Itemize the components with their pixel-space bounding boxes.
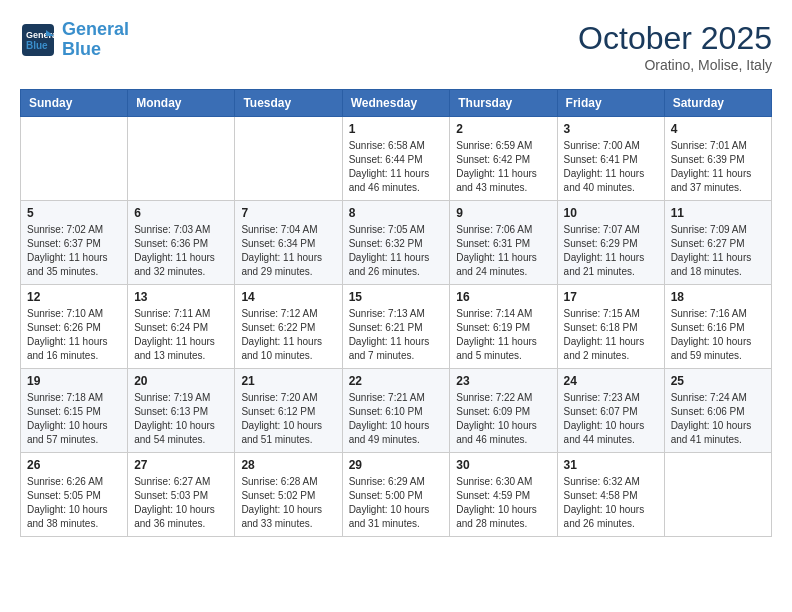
day-number: 21: [241, 374, 335, 388]
day-number: 23: [456, 374, 550, 388]
calendar-cell: 10Sunrise: 7:07 AM Sunset: 6:29 PM Dayli…: [557, 201, 664, 285]
day-number: 20: [134, 374, 228, 388]
day-info: Sunrise: 7:18 AM Sunset: 6:15 PM Dayligh…: [27, 391, 121, 447]
day-info: Sunrise: 6:32 AM Sunset: 4:58 PM Dayligh…: [564, 475, 658, 531]
calendar-cell: 6Sunrise: 7:03 AM Sunset: 6:36 PM Daylig…: [128, 201, 235, 285]
day-info: Sunrise: 7:21 AM Sunset: 6:10 PM Dayligh…: [349, 391, 444, 447]
day-info: Sunrise: 7:05 AM Sunset: 6:32 PM Dayligh…: [349, 223, 444, 279]
day-number: 8: [349, 206, 444, 220]
calendar-cell: 4Sunrise: 7:01 AM Sunset: 6:39 PM Daylig…: [664, 117, 771, 201]
day-number: 4: [671, 122, 765, 136]
day-info: Sunrise: 6:30 AM Sunset: 4:59 PM Dayligh…: [456, 475, 550, 531]
day-number: 18: [671, 290, 765, 304]
day-number: 3: [564, 122, 658, 136]
day-number: 1: [349, 122, 444, 136]
location-subtitle: Oratino, Molise, Italy: [578, 57, 772, 73]
calendar-cell: 28Sunrise: 6:28 AM Sunset: 5:02 PM Dayli…: [235, 453, 342, 537]
calendar-cell: 18Sunrise: 7:16 AM Sunset: 6:16 PM Dayli…: [664, 285, 771, 369]
day-info: Sunrise: 7:02 AM Sunset: 6:37 PM Dayligh…: [27, 223, 121, 279]
calendar-header-friday: Friday: [557, 90, 664, 117]
day-info: Sunrise: 7:19 AM Sunset: 6:13 PM Dayligh…: [134, 391, 228, 447]
day-number: 11: [671, 206, 765, 220]
calendar-cell: 24Sunrise: 7:23 AM Sunset: 6:07 PM Dayli…: [557, 369, 664, 453]
day-info: Sunrise: 7:15 AM Sunset: 6:18 PM Dayligh…: [564, 307, 658, 363]
day-number: 29: [349, 458, 444, 472]
day-number: 25: [671, 374, 765, 388]
day-number: 27: [134, 458, 228, 472]
calendar-cell: 27Sunrise: 6:27 AM Sunset: 5:03 PM Dayli…: [128, 453, 235, 537]
calendar-cell: 8Sunrise: 7:05 AM Sunset: 6:32 PM Daylig…: [342, 201, 450, 285]
calendar-cell: 12Sunrise: 7:10 AM Sunset: 6:26 PM Dayli…: [21, 285, 128, 369]
calendar-cell: 7Sunrise: 7:04 AM Sunset: 6:34 PM Daylig…: [235, 201, 342, 285]
day-number: 6: [134, 206, 228, 220]
day-info: Sunrise: 7:03 AM Sunset: 6:36 PM Dayligh…: [134, 223, 228, 279]
day-number: 22: [349, 374, 444, 388]
page-header: General Blue General Blue October 2025 O…: [20, 20, 772, 73]
day-info: Sunrise: 7:06 AM Sunset: 6:31 PM Dayligh…: [456, 223, 550, 279]
day-number: 16: [456, 290, 550, 304]
calendar-cell: 19Sunrise: 7:18 AM Sunset: 6:15 PM Dayli…: [21, 369, 128, 453]
day-number: 30: [456, 458, 550, 472]
calendar-cell: 5Sunrise: 7:02 AM Sunset: 6:37 PM Daylig…: [21, 201, 128, 285]
day-info: Sunrise: 7:16 AM Sunset: 6:16 PM Dayligh…: [671, 307, 765, 363]
day-number: 9: [456, 206, 550, 220]
calendar-cell: [128, 117, 235, 201]
calendar-header-row: SundayMondayTuesdayWednesdayThursdayFrid…: [21, 90, 772, 117]
calendar-cell: 25Sunrise: 7:24 AM Sunset: 6:06 PM Dayli…: [664, 369, 771, 453]
day-number: 14: [241, 290, 335, 304]
logo-text: General Blue: [62, 20, 129, 60]
calendar-cell: 21Sunrise: 7:20 AM Sunset: 6:12 PM Dayli…: [235, 369, 342, 453]
day-info: Sunrise: 7:22 AM Sunset: 6:09 PM Dayligh…: [456, 391, 550, 447]
day-info: Sunrise: 7:20 AM Sunset: 6:12 PM Dayligh…: [241, 391, 335, 447]
calendar-cell: 16Sunrise: 7:14 AM Sunset: 6:19 PM Dayli…: [450, 285, 557, 369]
calendar-week-5: 26Sunrise: 6:26 AM Sunset: 5:05 PM Dayli…: [21, 453, 772, 537]
day-info: Sunrise: 7:01 AM Sunset: 6:39 PM Dayligh…: [671, 139, 765, 195]
day-number: 2: [456, 122, 550, 136]
calendar-cell: 22Sunrise: 7:21 AM Sunset: 6:10 PM Dayli…: [342, 369, 450, 453]
day-number: 10: [564, 206, 658, 220]
calendar-week-3: 12Sunrise: 7:10 AM Sunset: 6:26 PM Dayli…: [21, 285, 772, 369]
day-info: Sunrise: 7:24 AM Sunset: 6:06 PM Dayligh…: [671, 391, 765, 447]
calendar-cell: 26Sunrise: 6:26 AM Sunset: 5:05 PM Dayli…: [21, 453, 128, 537]
calendar-week-1: 1Sunrise: 6:58 AM Sunset: 6:44 PM Daylig…: [21, 117, 772, 201]
calendar-week-2: 5Sunrise: 7:02 AM Sunset: 6:37 PM Daylig…: [21, 201, 772, 285]
svg-text:Blue: Blue: [26, 40, 48, 51]
logo-icon: General Blue: [20, 22, 56, 58]
calendar-header-sunday: Sunday: [21, 90, 128, 117]
day-info: Sunrise: 7:04 AM Sunset: 6:34 PM Dayligh…: [241, 223, 335, 279]
day-info: Sunrise: 6:29 AM Sunset: 5:00 PM Dayligh…: [349, 475, 444, 531]
calendar-cell: 11Sunrise: 7:09 AM Sunset: 6:27 PM Dayli…: [664, 201, 771, 285]
calendar-header-wednesday: Wednesday: [342, 90, 450, 117]
calendar-cell: 29Sunrise: 6:29 AM Sunset: 5:00 PM Dayli…: [342, 453, 450, 537]
calendar-cell: [21, 117, 128, 201]
calendar-cell: 15Sunrise: 7:13 AM Sunset: 6:21 PM Dayli…: [342, 285, 450, 369]
calendar-cell: 3Sunrise: 7:00 AM Sunset: 6:41 PM Daylig…: [557, 117, 664, 201]
calendar-cell: 30Sunrise: 6:30 AM Sunset: 4:59 PM Dayli…: [450, 453, 557, 537]
day-number: 12: [27, 290, 121, 304]
day-info: Sunrise: 6:28 AM Sunset: 5:02 PM Dayligh…: [241, 475, 335, 531]
logo: General Blue General Blue: [20, 20, 129, 60]
day-number: 7: [241, 206, 335, 220]
calendar-cell: 1Sunrise: 6:58 AM Sunset: 6:44 PM Daylig…: [342, 117, 450, 201]
day-number: 13: [134, 290, 228, 304]
day-info: Sunrise: 7:13 AM Sunset: 6:21 PM Dayligh…: [349, 307, 444, 363]
calendar-cell: 14Sunrise: 7:12 AM Sunset: 6:22 PM Dayli…: [235, 285, 342, 369]
calendar-table: SundayMondayTuesdayWednesdayThursdayFrid…: [20, 89, 772, 537]
day-info: Sunrise: 7:10 AM Sunset: 6:26 PM Dayligh…: [27, 307, 121, 363]
day-number: 26: [27, 458, 121, 472]
day-info: Sunrise: 7:00 AM Sunset: 6:41 PM Dayligh…: [564, 139, 658, 195]
day-number: 5: [27, 206, 121, 220]
calendar-cell: 13Sunrise: 7:11 AM Sunset: 6:24 PM Dayli…: [128, 285, 235, 369]
calendar-header-monday: Monday: [128, 90, 235, 117]
day-number: 28: [241, 458, 335, 472]
day-info: Sunrise: 7:12 AM Sunset: 6:22 PM Dayligh…: [241, 307, 335, 363]
day-number: 31: [564, 458, 658, 472]
day-info: Sunrise: 7:09 AM Sunset: 6:27 PM Dayligh…: [671, 223, 765, 279]
calendar-cell: [664, 453, 771, 537]
calendar-cell: 17Sunrise: 7:15 AM Sunset: 6:18 PM Dayli…: [557, 285, 664, 369]
calendar-cell: 9Sunrise: 7:06 AM Sunset: 6:31 PM Daylig…: [450, 201, 557, 285]
day-number: 19: [27, 374, 121, 388]
calendar-cell: 23Sunrise: 7:22 AM Sunset: 6:09 PM Dayli…: [450, 369, 557, 453]
calendar-cell: [235, 117, 342, 201]
day-number: 24: [564, 374, 658, 388]
